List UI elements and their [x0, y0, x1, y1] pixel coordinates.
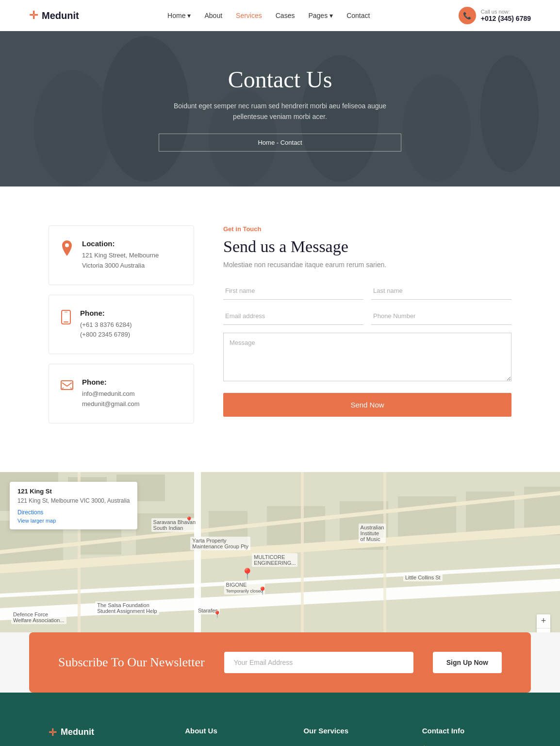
phone-card: Phone: (+61 3 8376 6284) (+800 2345 6789… [49, 295, 194, 355]
map-label-defence: Defence ForceWelfare Association... [11, 610, 66, 624]
newsletter-signup-button[interactable]: Sign Up Now [433, 652, 502, 673]
svg-point-5 [403, 75, 471, 182]
location-card: Location: 121 King Street, Melbourne Vic… [49, 225, 194, 285]
map-view-larger-link[interactable]: View larger map [17, 518, 130, 524]
map-pin-4: 📍 [185, 516, 193, 524]
phone-card-label: Phone: [80, 309, 132, 317]
contact-row [223, 307, 511, 325]
call-us-label: Call us now: [481, 9, 531, 15]
location-label: Location: [82, 239, 159, 248]
nav-about[interactable]: About [204, 12, 222, 19]
contact-section: Location: 121 King Street, Melbourne Vic… [0, 186, 560, 472]
footer-contact-title: Contact Info [422, 727, 511, 735]
name-row [223, 282, 511, 300]
newsletter-email-input[interactable] [224, 652, 413, 673]
footer-logo-text: Medunit [61, 727, 94, 737]
map-pin-main: 📍 [241, 568, 254, 580]
location-text: 121 King Street, Melbourne Victoria 3000… [82, 251, 159, 271]
map-pin-3: 📍 [213, 610, 221, 618]
nav-links: Home ▾ About Services Cases Pages ▾ Cont… [167, 12, 370, 19]
map-directions-link[interactable]: Directions [17, 509, 130, 516]
chevron-down-icon: ▾ [329, 12, 333, 19]
form-title: Send us a Message [223, 237, 511, 256]
svg-rect-29 [194, 472, 201, 657]
phone-number: +012 (345) 6789 [481, 15, 531, 22]
nav-pages[interactable]: Pages ▾ [308, 12, 333, 19]
footer: M ✛ Medunit Delenti oeue corrupti quos d… [0, 693, 560, 746]
send-button[interactable]: Send Now [223, 393, 511, 417]
navigation: ✛ Medunit Home ▾ About Services Cases Pa… [0, 0, 560, 31]
logo-text: Medunit [42, 10, 79, 21]
nav-cases[interactable]: Cases [276, 12, 295, 19]
svg-rect-8 [64, 322, 68, 322]
footer-about-col: About Us Services Pricing Blog About Con… [185, 727, 274, 746]
hero-content: Contact Us Boidunt eget semper nec ruam … [159, 66, 401, 152]
contact-info-cards: Location: 121 King Street, Melbourne Vic… [49, 225, 194, 433]
location-icon [61, 240, 73, 259]
email-card-icon [61, 379, 73, 396]
map-label-collins: Little Collins St [403, 574, 443, 581]
footer-top: ✛ Medunit Delenti oeue corrupti quos dol… [49, 727, 511, 746]
hero-breadcrumb[interactable]: Home - Contact [159, 134, 401, 152]
phone-card-icon [61, 310, 71, 328]
map-label-yarta: Yarta PropertyMaintenance Group Pty [190, 537, 250, 550]
footer-brand: ✛ Medunit Delenti oeue corrupti quos dol… [49, 727, 156, 746]
footer-services-col: Our Services Couple Therapy Family Couns… [303, 727, 393, 746]
nav-services[interactable]: Services [236, 12, 262, 19]
last-name-input[interactable] [371, 282, 511, 300]
phone-icon: 📞 [459, 7, 476, 24]
map-placeholder: AustralianInstituteof Music MULTICOREENG… [0, 472, 560, 657]
nav-contact-info: 📞 Call us now: +012 (345) 6789 [459, 7, 531, 24]
map-info-title: 121 King St [17, 488, 130, 495]
hero-description: Boidunt eget semper nec ruam sed hendrer… [159, 101, 401, 122]
first-name-input[interactable] [223, 282, 363, 300]
hero-section: Contact Us Boidunt eget semper nec ruam … [0, 31, 560, 186]
newsletter-input-wrap [224, 652, 413, 673]
nav-contact[interactable]: Contact [346, 12, 370, 19]
svg-point-6 [480, 55, 539, 172]
email-input[interactable] [223, 307, 363, 325]
map-info-address: 121 King St, Melbourne VIC 3000, Austral… [17, 497, 130, 505]
phone-input[interactable] [371, 307, 511, 325]
contact-form-wrap: Get in Touch Send us a Message Molestiae… [223, 225, 511, 433]
email-card-text: info@medunit.com medunit@gmail.com [82, 389, 140, 409]
map-section: AustralianInstituteof Music MULTICOREENG… [0, 472, 560, 657]
email-card-label: Phone: [82, 378, 140, 386]
map-zoom-in[interactable]: + [537, 614, 550, 628]
footer-services-title: Our Services [303, 727, 393, 735]
chevron-down-icon: ▾ [187, 12, 191, 19]
svg-rect-9 [65, 312, 67, 312]
email-card: Phone: info@medunit.com medunit@gmail.co… [49, 364, 194, 424]
footer-about-title: About Us [185, 727, 274, 735]
map-pin-2: 📍 [258, 586, 267, 595]
svg-point-1 [34, 70, 112, 186]
footer-logo: ✛ Medunit [49, 727, 156, 738]
phone-card-text: (+61 3 8376 6284) (+800 2345 6789) [80, 320, 132, 340]
message-input[interactable] [223, 333, 511, 381]
map-label-salsa: The Salsa FoundationStudent Assignment H… [95, 601, 159, 615]
newsletter-title: Subscribe To Our Newsletter [58, 655, 205, 670]
map-label-music: AustralianInstituteof Music [359, 524, 386, 543]
map-info-box: 121 King St 121 King St, Melbourne VIC 3… [10, 482, 137, 529]
svg-rect-30 [301, 472, 304, 657]
form-subtitle: Molestiae non recusandae itaque earum re… [223, 261, 511, 269]
contact-form: Send Now [223, 282, 511, 417]
svg-rect-19 [267, 506, 325, 545]
footer-contact-col: Contact Info 📞 +613 8376 6284 ✉️ Info@me… [422, 727, 511, 746]
svg-rect-31 [383, 472, 386, 657]
map-label-multicore: MULTICOREENGINEERING... [252, 553, 297, 567]
footer-logo-icon: ✛ [49, 727, 57, 738]
newsletter-section: Subscribe To Our Newsletter Sign Up Now [29, 632, 531, 693]
hero-title: Contact Us [159, 66, 401, 93]
nav-home[interactable]: Home ▾ [167, 12, 191, 19]
get-in-touch-label: Get in Touch [223, 225, 511, 233]
logo[interactable]: ✛ Medunit [29, 9, 79, 22]
logo-icon: ✛ [29, 9, 38, 22]
